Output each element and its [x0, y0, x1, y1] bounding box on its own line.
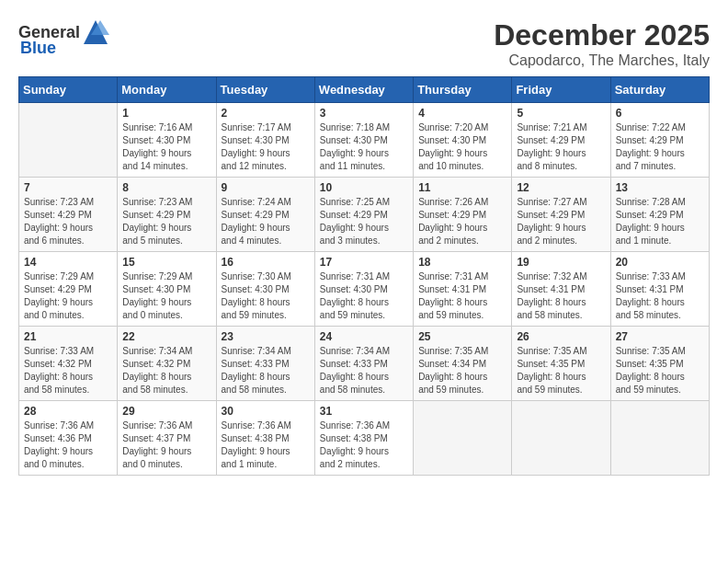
day-info: Sunrise: 7:22 AMSunset: 4:29 PMDaylight:… [616, 121, 704, 173]
day-info: Sunrise: 7:29 AMSunset: 4:30 PMDaylight:… [122, 270, 210, 322]
day-info: Sunrise: 7:31 AMSunset: 4:30 PMDaylight:… [320, 270, 408, 322]
day-info: Sunrise: 7:34 AMSunset: 4:33 PMDaylight:… [320, 345, 408, 396]
calendar-cell: 30Sunrise: 7:36 AMSunset: 4:38 PMDayligh… [216, 401, 314, 476]
month-title: December 2025 [494, 18, 710, 52]
day-number: 6 [616, 107, 704, 120]
day-info: Sunrise: 7:35 AMSunset: 4:35 PMDaylight:… [616, 345, 704, 396]
calendar-week-row: 7Sunrise: 7:23 AMSunset: 4:29 PMDaylight… [19, 178, 710, 252]
calendar-table: SundayMondayTuesdayWednesdayThursdayFrid… [18, 76, 710, 476]
calendar-cell: 25Sunrise: 7:35 AMSunset: 4:34 PMDayligh… [414, 327, 512, 401]
page-header: General Blue December 2025 Capodarco, Th… [18, 18, 710, 69]
calendar-cell: 15Sunrise: 7:29 AMSunset: 4:30 PMDayligh… [118, 252, 216, 327]
calendar-cell: 31Sunrise: 7:36 AMSunset: 4:38 PMDayligh… [314, 401, 413, 476]
day-number: 12 [517, 181, 605, 194]
calendar-cell: 13Sunrise: 7:28 AMSunset: 4:29 PMDayligh… [610, 178, 709, 252]
weekday-header: Thursday [414, 77, 512, 103]
day-info: Sunrise: 7:36 AMSunset: 4:37 PMDaylight:… [122, 419, 210, 471]
title-block: December 2025 Capodarco, The Marches, It… [494, 18, 710, 69]
calendar-cell: 7Sunrise: 7:23 AMSunset: 4:29 PMDaylight… [19, 178, 118, 252]
calendar-cell: 6Sunrise: 7:22 AMSunset: 4:29 PMDaylight… [610, 103, 709, 178]
day-number: 16 [222, 256, 310, 269]
day-number: 20 [616, 256, 704, 269]
calendar-cell: 17Sunrise: 7:31 AMSunset: 4:30 PMDayligh… [314, 252, 413, 327]
calendar-week-row: 21Sunrise: 7:33 AMSunset: 4:32 PMDayligh… [19, 327, 710, 401]
day-number: 21 [24, 330, 112, 343]
day-info: Sunrise: 7:30 AMSunset: 4:30 PMDaylight:… [222, 270, 310, 322]
calendar-cell: 26Sunrise: 7:35 AMSunset: 4:35 PMDayligh… [512, 327, 610, 401]
day-number: 10 [320, 181, 408, 194]
day-number: 13 [616, 181, 704, 194]
weekday-header: Monday [118, 77, 216, 103]
calendar-cell: 21Sunrise: 7:33 AMSunset: 4:32 PMDayligh… [19, 327, 118, 401]
calendar-cell: 16Sunrise: 7:30 AMSunset: 4:30 PMDayligh… [216, 252, 314, 327]
day-number: 30 [222, 405, 310, 418]
calendar-cell: 18Sunrise: 7:31 AMSunset: 4:31 PMDayligh… [414, 252, 512, 327]
day-info: Sunrise: 7:36 AMSunset: 4:36 PMDaylight:… [24, 419, 112, 471]
day-number: 24 [320, 330, 408, 343]
calendar-cell: 9Sunrise: 7:24 AMSunset: 4:29 PMDaylight… [216, 178, 314, 252]
calendar-cell: 28Sunrise: 7:36 AMSunset: 4:36 PMDayligh… [19, 401, 118, 476]
day-number: 22 [122, 330, 210, 343]
day-number: 15 [122, 256, 210, 269]
day-number: 18 [418, 256, 506, 269]
weekday-header: Sunday [19, 77, 118, 103]
day-info: Sunrise: 7:29 AMSunset: 4:29 PMDaylight:… [24, 270, 112, 322]
day-info: Sunrise: 7:23 AMSunset: 4:29 PMDaylight:… [122, 196, 210, 247]
day-info: Sunrise: 7:17 AMSunset: 4:30 PMDaylight:… [222, 121, 310, 173]
day-number: 26 [517, 330, 605, 343]
day-info: Sunrise: 7:24 AMSunset: 4:29 PMDaylight:… [222, 196, 310, 247]
calendar-cell [414, 401, 512, 476]
day-number: 8 [122, 181, 210, 194]
calendar-header-row: SundayMondayTuesdayWednesdayThursdayFrid… [19, 77, 710, 103]
day-info: Sunrise: 7:27 AMSunset: 4:29 PMDaylight:… [517, 196, 605, 247]
calendar-cell: 1Sunrise: 7:16 AMSunset: 4:30 PMDaylight… [118, 103, 216, 178]
day-number: 14 [24, 256, 112, 269]
logo-icon [82, 18, 109, 46]
logo: General Blue [18, 18, 109, 58]
calendar-cell: 11Sunrise: 7:26 AMSunset: 4:29 PMDayligh… [414, 178, 512, 252]
day-info: Sunrise: 7:36 AMSunset: 4:38 PMDaylight:… [222, 419, 310, 471]
calendar-cell: 14Sunrise: 7:29 AMSunset: 4:29 PMDayligh… [19, 252, 118, 327]
calendar-week-row: 14Sunrise: 7:29 AMSunset: 4:29 PMDayligh… [19, 252, 710, 327]
calendar-cell [19, 103, 118, 178]
day-number: 25 [418, 330, 506, 343]
day-info: Sunrise: 7:32 AMSunset: 4:31 PMDaylight:… [517, 270, 605, 322]
day-number: 3 [320, 107, 408, 120]
day-info: Sunrise: 7:18 AMSunset: 4:30 PMDaylight:… [320, 121, 408, 173]
weekday-header: Saturday [610, 77, 709, 103]
calendar-cell: 24Sunrise: 7:34 AMSunset: 4:33 PMDayligh… [314, 327, 413, 401]
day-number: 5 [517, 107, 605, 120]
calendar-cell: 5Sunrise: 7:21 AMSunset: 4:29 PMDaylight… [512, 103, 610, 178]
day-info: Sunrise: 7:33 AMSunset: 4:32 PMDaylight:… [24, 345, 112, 396]
day-info: Sunrise: 7:34 AMSunset: 4:32 PMDaylight:… [122, 345, 210, 396]
location-title: Capodarco, The Marches, Italy [494, 52, 710, 69]
calendar-cell [610, 401, 709, 476]
day-number: 29 [122, 405, 210, 418]
calendar-cell: 3Sunrise: 7:18 AMSunset: 4:30 PMDaylight… [314, 103, 413, 178]
calendar-week-row: 28Sunrise: 7:36 AMSunset: 4:36 PMDayligh… [19, 401, 710, 476]
calendar-cell: 23Sunrise: 7:34 AMSunset: 4:33 PMDayligh… [216, 327, 314, 401]
day-number: 17 [320, 256, 408, 269]
calendar-cell: 12Sunrise: 7:27 AMSunset: 4:29 PMDayligh… [512, 178, 610, 252]
calendar-cell: 20Sunrise: 7:33 AMSunset: 4:31 PMDayligh… [610, 252, 709, 327]
day-number: 4 [418, 107, 506, 120]
day-info: Sunrise: 7:26 AMSunset: 4:29 PMDaylight:… [418, 196, 506, 247]
day-info: Sunrise: 7:20 AMSunset: 4:30 PMDaylight:… [418, 121, 506, 173]
calendar-cell: 4Sunrise: 7:20 AMSunset: 4:30 PMDaylight… [414, 103, 512, 178]
day-number: 19 [517, 256, 605, 269]
logo-blue: Blue [20, 39, 56, 58]
calendar-cell: 10Sunrise: 7:25 AMSunset: 4:29 PMDayligh… [314, 178, 413, 252]
weekday-header: Tuesday [216, 77, 314, 103]
day-number: 31 [320, 405, 408, 418]
day-number: 9 [222, 181, 310, 194]
day-info: Sunrise: 7:35 AMSunset: 4:34 PMDaylight:… [418, 345, 506, 396]
calendar-cell [512, 401, 610, 476]
day-info: Sunrise: 7:23 AMSunset: 4:29 PMDaylight:… [24, 196, 112, 247]
calendar-cell: 27Sunrise: 7:35 AMSunset: 4:35 PMDayligh… [610, 327, 709, 401]
day-info: Sunrise: 7:34 AMSunset: 4:33 PMDaylight:… [222, 345, 310, 396]
calendar-cell: 19Sunrise: 7:32 AMSunset: 4:31 PMDayligh… [512, 252, 610, 327]
day-info: Sunrise: 7:16 AMSunset: 4:30 PMDaylight:… [122, 121, 210, 173]
day-info: Sunrise: 7:31 AMSunset: 4:31 PMDaylight:… [418, 270, 506, 322]
day-info: Sunrise: 7:33 AMSunset: 4:31 PMDaylight:… [616, 270, 704, 322]
day-number: 1 [122, 107, 210, 120]
